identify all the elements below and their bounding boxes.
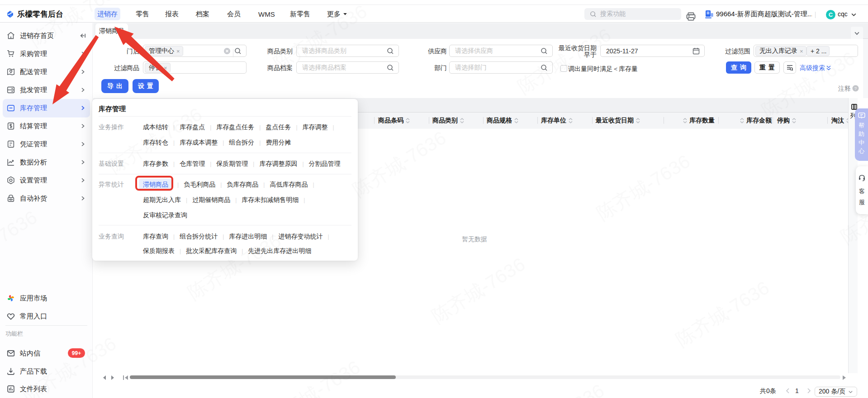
svg-text:?: ? [854,86,857,91]
